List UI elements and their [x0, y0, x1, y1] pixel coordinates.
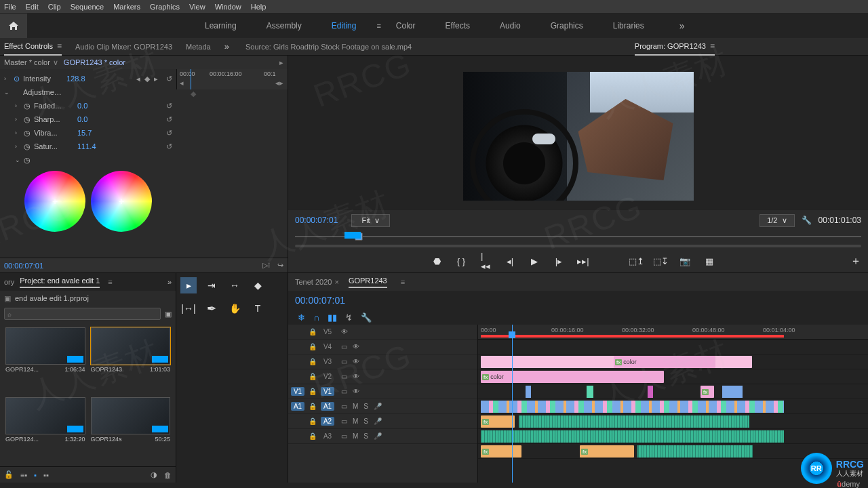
program-zoombar[interactable]: [288, 243, 868, 249]
ec-master[interactable]: Master * color: [4, 58, 50, 66]
ws-libraries[interactable]: Libraries: [613, 21, 644, 30]
project-clip[interactable]: GOPR124...1:32:20: [5, 397, 85, 462]
ws-color[interactable]: Color: [396, 21, 416, 30]
wrench-icon[interactable]: 🔧: [802, 216, 812, 225]
ec-mini-timeline[interactable]: 00:00 00:00:16:00 00:1 ◂ ◆ ◂▸: [176, 69, 288, 89]
ws-graphics[interactable]: Graphics: [551, 21, 583, 30]
menu-help[interactable]: Help: [251, 3, 267, 11]
lock-icon[interactable]: 🔒: [309, 328, 317, 336]
camera-icon[interactable]: 📷: [680, 256, 690, 266]
solo-icon[interactable]: S: [363, 403, 368, 410]
next-kf-icon[interactable]: ▸: [154, 75, 158, 83]
step-fwd-icon[interactable]: |▸: [554, 256, 564, 266]
tab-metadata[interactable]: Metada: [186, 38, 211, 56]
ec-intensity-value[interactable]: 128.8: [66, 75, 85, 83]
timeline-ruler[interactable]: 00:00 00:00:16:00 00:00:32:00 00:00:48:0…: [478, 325, 868, 340]
color-wheel-right[interactable]: [91, 171, 152, 232]
project-clip[interactable]: GOPR124s50:25: [91, 397, 171, 462]
insert-icon[interactable]: ↯: [345, 312, 353, 323]
audio-clip[interactable]: fx: [481, 415, 515, 428]
ws-learning[interactable]: Learning: [205, 21, 237, 30]
link-icon[interactable]: ∩: [313, 312, 319, 323]
seq-tab-gopr[interactable]: GOPR1243: [349, 277, 387, 288]
ws-effects[interactable]: Effects: [446, 21, 470, 30]
ec-vibra-value[interactable]: 15.7: [77, 129, 92, 137]
slip-tool-icon[interactable]: |↔|: [180, 300, 197, 317]
play-only-icon[interactable]: ▷⁝: [262, 261, 271, 270]
reset-icon[interactable]: ↺: [166, 75, 172, 83]
write-lock-icon[interactable]: 🔓: [4, 470, 14, 479]
menu-view[interactable]: View: [189, 3, 205, 11]
go-in-icon[interactable]: |◂◂: [481, 256, 490, 266]
compare-icon[interactable]: ▦: [705, 256, 714, 266]
list-view-icon[interactable]: ≡▪: [20, 471, 27, 479]
add-kf-icon[interactable]: ◆: [144, 75, 150, 83]
src-v1[interactable]: V1: [291, 387, 304, 396]
menu-graphics[interactable]: Graphics: [150, 3, 180, 11]
new-bin-icon[interactable]: ▣: [165, 310, 172, 319]
menu-window[interactable]: Window: [215, 3, 241, 11]
expand-icon[interactable]: ›: [4, 75, 11, 82]
program-scrubber[interactable]: [288, 230, 868, 243]
close-tab-icon[interactable]: ×: [334, 278, 338, 286]
hand-tool-icon[interactable]: ✋: [226, 300, 243, 317]
project-clip[interactable]: GOPR12431:01:03: [91, 327, 171, 392]
icon-view-icon[interactable]: ▪: [34, 471, 37, 479]
ec-clip[interactable]: GOPR1243 * color: [64, 58, 125, 66]
project-tab[interactable]: Project: end avale edit 1: [20, 277, 100, 288]
history-tab[interactable]: ory: [4, 278, 14, 286]
mark-out-icon[interactable]: { }: [456, 256, 466, 266]
loop-icon[interactable]: ↪: [277, 261, 283, 270]
fx-toggle-icon[interactable]: ⊙: [12, 75, 20, 83]
menu-sequence[interactable]: Sequence: [71, 3, 104, 11]
lift-icon[interactable]: ⬚↥: [631, 256, 641, 266]
panel-menu-icon[interactable]: ≡: [57, 41, 62, 51]
program-fit-select[interactable]: Fit ∨: [351, 214, 389, 227]
stopwatch-icon[interactable]: ◷: [23, 102, 31, 110]
ws-audio[interactable]: Audio: [500, 21, 521, 30]
tab-program[interactable]: Program: GOPR1243≡: [635, 38, 715, 56]
play-icon[interactable]: ▶: [530, 256, 539, 266]
trash-icon[interactable]: 🗑: [164, 471, 172, 479]
marker-icon[interactable]: ▮▮: [328, 312, 337, 323]
color-wheel-left[interactable]: [24, 171, 85, 232]
razor-tool-icon[interactable]: ◆: [250, 277, 266, 293]
menu-edit[interactable]: Edit: [26, 3, 39, 11]
prev-kf-icon[interactable]: ◂: [136, 75, 140, 83]
menu-markers[interactable]: Markers: [113, 3, 140, 11]
freeform-view-icon[interactable]: ▪▪: [43, 471, 49, 479]
new-item-icon[interactable]: ◑: [151, 470, 157, 479]
menu-clip[interactable]: Clip: [48, 3, 61, 11]
mic-icon[interactable]: 🎤: [374, 403, 382, 410]
project-clip[interactable]: GOPR124...1:06:34: [5, 327, 85, 392]
extract-icon[interactable]: ⬚↧: [656, 256, 665, 266]
project-search-input[interactable]: ⌕: [4, 308, 161, 320]
tab-effect-controls[interactable]: Effect Controls≡: [4, 38, 62, 56]
home-button[interactable]: [0, 14, 27, 38]
selection-tool-icon[interactable]: ▸: [180, 277, 197, 293]
ec-satur-value[interactable]: 111.4: [77, 142, 96, 150]
track-select-tool-icon[interactable]: ⇥: [203, 277, 220, 293]
src-a1[interactable]: A1: [291, 402, 304, 411]
ec-sharp-value[interactable]: 0.0: [77, 115, 87, 123]
playhead-icon[interactable]: [509, 331, 515, 338]
clip-color[interactable]: fxcolor: [614, 356, 715, 368]
program-zoom-select[interactable]: 1/2 ∨: [760, 214, 794, 227]
eye-icon[interactable]: 👁: [341, 328, 348, 336]
seq-tab-tenet[interactable]: Tenet 2020: [295, 278, 332, 286]
clip-color[interactable]: fxcolor: [481, 371, 664, 383]
ws-editing-menu-icon[interactable]: ≡: [376, 22, 380, 30]
reset-icon[interactable]: ↺: [166, 102, 172, 110]
menu-file[interactable]: File: [4, 3, 16, 11]
type-tool-icon[interactable]: T: [250, 300, 266, 317]
pen-tool-icon[interactable]: ✒: [203, 300, 220, 317]
program-preview[interactable]: [463, 72, 694, 201]
ripple-tool-icon[interactable]: ↔: [226, 277, 243, 293]
settings-icon[interactable]: 🔧: [361, 312, 372, 323]
ws-assembly[interactable]: Assembly: [267, 21, 302, 30]
snap-icon[interactable]: ❄: [298, 312, 305, 323]
tab-source[interactable]: Source: Girls Roadtrip Stock Footage on …: [245, 38, 412, 56]
ec-faded-value[interactable]: 0.0: [77, 102, 87, 110]
mute-icon[interactable]: M: [353, 403, 358, 410]
step-back-icon[interactable]: ◂|: [505, 256, 515, 266]
